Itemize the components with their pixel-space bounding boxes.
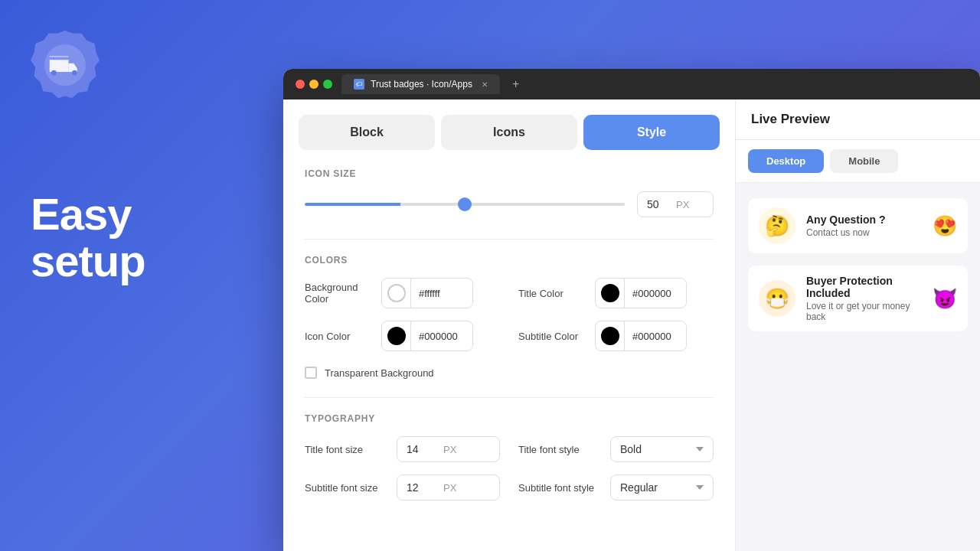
traffic-light-green[interactable]	[323, 80, 332, 89]
background-color-swatch[interactable]	[382, 279, 411, 308]
icon-size-slider[interactable]	[305, 203, 625, 206]
title-color-label: Title Color	[518, 288, 587, 299]
badge-title-2: Buyer Protection Included	[806, 275, 922, 299]
colors-grid: Background Color #ffffff Title Color	[305, 278, 714, 351]
typography-grid: Title font size 14 PX Title font style B…	[305, 436, 714, 500]
subtitle-color-label: Subtitle Color	[518, 331, 587, 342]
svg-point-2	[72, 70, 77, 76]
left-panel: Easy setup	[0, 0, 283, 551]
headline-setup: setup	[31, 238, 145, 285]
background-color-row: Background Color #ffffff	[305, 278, 500, 308]
subtitle-color-input: #000000	[595, 321, 687, 351]
transparent-checkbox[interactable]	[305, 367, 317, 379]
tab-favicon: 🏷	[354, 79, 364, 90]
badge-text-2: Buyer Protection Included Love it or get…	[806, 275, 922, 322]
background-color-input: #ffffff	[381, 278, 473, 308]
subtitle-font-style-select[interactable]: Regular Bold Italic Bold Italic	[610, 474, 714, 500]
subtitle-size-value[interactable]: 12	[407, 481, 437, 494]
subtitle-font-size-input: 12 PX	[397, 474, 500, 500]
browser-content: Block Icons Style ICON SIZE 50 PX	[283, 99, 980, 551]
title-size-value[interactable]: 14	[407, 443, 437, 455]
title-color-swatch[interactable]	[596, 279, 625, 308]
subtitle-font-style-label: Subtitle font style	[518, 482, 603, 494]
badge-text-1: Any Question ? Contact us now	[806, 214, 885, 238]
traffic-light-yellow[interactable]	[309, 80, 318, 89]
svg-point-1	[51, 70, 57, 76]
size-unit: PX	[676, 199, 689, 210]
size-input-box: 50 PX	[637, 191, 714, 217]
divider-2	[305, 397, 714, 398]
subtitle-color-swatch[interactable]	[596, 321, 625, 350]
transparent-row: Transparent Background	[305, 367, 714, 379]
title-font-style-select[interactable]: Bold Regular Italic Bold Italic	[610, 436, 714, 462]
badge-item-1: 🤔 Any Question ? Contact us now 😍	[748, 198, 968, 253]
tab-title: Trust badges · Icon/Apps	[371, 79, 472, 90]
subtitle-color-row: Subtitle Color #000000	[518, 321, 714, 351]
icon-color-swatch[interactable]	[382, 321, 411, 350]
colors-label: COLORS	[305, 255, 714, 266]
brand-badge	[31, 31, 100, 99]
tab-bar: Block Icons Style	[283, 99, 735, 150]
title-font-size-row: Title font size 14 PX	[305, 436, 500, 462]
icon-size-row: 50 PX	[305, 191, 714, 217]
preview-body: 🤔 Any Question ? Contact us now 😍 😷 Buye…	[736, 183, 980, 551]
preview-header: Live Preview	[736, 99, 980, 140]
title-font-size-label: Title font size	[305, 444, 389, 455]
badge-title-1: Any Question ?	[806, 214, 885, 226]
icon-size-label: ICON SIZE	[305, 168, 714, 179]
divider-1	[305, 239, 714, 240]
preview-tab-desktop[interactable]: Desktop	[748, 149, 824, 173]
icon-swatch-circle	[387, 327, 406, 345]
subtitle-hex-input[interactable]: #000000	[625, 324, 686, 348]
title-font-style-row: Title font style Bold Regular Italic Bol…	[518, 436, 714, 462]
subtitle-swatch-circle	[601, 327, 619, 345]
preview-title: Live Preview	[751, 112, 830, 127]
title-font-style-label: Title font style	[518, 444, 603, 455]
subtitle-font-size-row: Subtitle font size 12 PX	[305, 474, 500, 500]
typography-label: TYPOGRAPHY	[305, 413, 714, 424]
badge-emoji-left-1: 🤔	[759, 207, 795, 244]
badge-item-2: 😷 Buyer Protection Included Love it or g…	[748, 266, 968, 331]
background-color-label: Background Color	[305, 282, 374, 305]
icon-hex-input[interactable]: #000000	[411, 324, 472, 348]
slider-container	[305, 203, 625, 206]
badge-emoji-right-2: 😈	[933, 287, 957, 311]
tab-block[interactable]: Block	[299, 115, 435, 150]
settings-panel: Block Icons Style ICON SIZE 50 PX	[283, 99, 735, 551]
title-color-row: Title Color #000000	[518, 278, 714, 308]
icon-color-row: Icon Color #000000	[305, 321, 500, 351]
tab-style[interactable]: Style	[583, 115, 720, 150]
badge-emoji-right-1: 😍	[933, 214, 957, 238]
preview-panel: Live Preview Desktop Mobile 🤔 Any Questi…	[735, 99, 980, 551]
title-swatch-circle	[601, 284, 619, 302]
browser-tab[interactable]: 🏷 Trust badges · Icon/Apps ✕	[341, 74, 500, 94]
title-hex-input[interactable]: #000000	[625, 282, 686, 305]
traffic-lights	[296, 80, 332, 89]
badge-subtitle-1: Contact us now	[806, 227, 885, 238]
subtitle-font-size-label: Subtitle font size	[305, 482, 389, 494]
background-swatch-circle	[387, 284, 406, 302]
title-color-input: #000000	[595, 278, 687, 308]
size-value-input[interactable]: 50	[647, 198, 670, 210]
tab-close-button[interactable]: ✕	[482, 80, 488, 89]
subtitle-font-style-row: Subtitle font style Regular Bold Italic …	[518, 474, 714, 500]
headline-easy: Easy	[31, 191, 145, 238]
subtitle-size-unit: PX	[443, 482, 456, 494]
icon-color-label: Icon Color	[305, 331, 374, 342]
badge-subtitle-2: Love it or get your money back	[806, 301, 922, 322]
tab-icons[interactable]: Icons	[441, 115, 577, 150]
preview-tabs: Desktop Mobile	[736, 140, 980, 183]
browser-window: 🏷 Trust badges · Icon/Apps ✕ + Block Ico…	[283, 69, 980, 551]
new-tab-button[interactable]: +	[512, 77, 519, 91]
title-size-unit: PX	[443, 444, 456, 455]
badge-emoji-left-2: 😷	[759, 280, 795, 317]
transparent-label: Transparent Background	[325, 367, 434, 379]
browser-chrome: 🏷 Trust badges · Icon/Apps ✕ +	[283, 69, 980, 99]
icon-color-input: #000000	[381, 321, 473, 351]
background-hex-input[interactable]: #ffffff	[411, 282, 472, 305]
title-font-size-input: 14 PX	[397, 436, 500, 462]
traffic-light-red[interactable]	[296, 80, 305, 89]
settings-body: ICON SIZE 50 PX COLORS	[283, 150, 735, 519]
preview-tab-mobile[interactable]: Mobile	[830, 149, 898, 173]
